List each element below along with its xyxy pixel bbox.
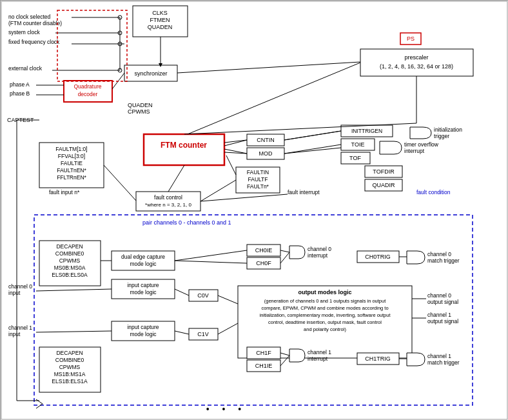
svg-text:channel 0: channel 0	[308, 246, 331, 252]
svg-text:fault condition: fault condition	[416, 189, 451, 195]
svg-text:decoder: decoder	[78, 91, 98, 97]
svg-text:COMBINE0: COMBINE0	[55, 357, 84, 363]
svg-text:FAULTn*: FAULTn*	[247, 183, 269, 190]
svg-text:C1V: C1V	[197, 331, 209, 337]
svg-text:FAULTnEN*: FAULTnEN*	[57, 167, 86, 174]
svg-text:(1, 2, 4, 8, 16, 32, 64 or 128: (1, 2, 4, 8, 16, 32, 64 or 128)	[380, 63, 453, 70]
svg-text:CPWMS: CPWMS	[59, 257, 81, 264]
svg-rect-42	[144, 134, 224, 165]
svg-text:input: input	[8, 331, 21, 337]
svg-text:channel 1: channel 1	[427, 353, 451, 359]
svg-text:TOFDIR: TOFDIR	[373, 168, 395, 175]
svg-text:fault interrupt: fault interrupt	[288, 189, 320, 195]
svg-text:and polarity control): and polarity control)	[304, 326, 346, 332]
svg-text:CPWMS: CPWMS	[59, 364, 81, 370]
svg-text:C0V: C0V	[197, 292, 209, 299]
svg-text:CH0IE: CH0IE	[255, 247, 273, 254]
svg-text:initialization: initialization	[434, 126, 462, 133]
svg-rect-37	[360, 49, 473, 76]
svg-text:system clock: system clock	[8, 29, 40, 35]
svg-text:QUADIR: QUADIR	[372, 182, 395, 188]
svg-text:CH1F: CH1F	[256, 350, 271, 356]
svg-text:timer overflow: timer overflow	[404, 141, 439, 148]
svg-text:MS0B:MS0A: MS0B:MS0A	[54, 265, 86, 271]
svg-text:DECAPEN: DECAPEN	[56, 350, 83, 356]
svg-text:output signal: output signal	[427, 318, 458, 325]
svg-text:match trigger: match trigger	[427, 257, 460, 264]
svg-text:channel 1: channel 1	[308, 349, 331, 355]
svg-text:CLKS: CLKS	[152, 10, 168, 16]
svg-text:prescaler: prescaler	[404, 54, 428, 61]
svg-text:external clock: external clock	[8, 65, 43, 72]
svg-text:TOF: TOF	[349, 155, 361, 161]
svg-text:QUADEN: QUADEN	[148, 24, 173, 30]
svg-text:COMBINE0: COMBINE0	[55, 250, 84, 257]
svg-text:INITTRIGEN: INITTRIGEN	[351, 128, 382, 134]
svg-text:DECAPEN: DECAPEN	[56, 243, 83, 250]
svg-text:pair channels 0 - channels 0 a: pair channels 0 - channels 0 and 1	[142, 219, 231, 226]
svg-text:(FTM counter disable): (FTM counter disable)	[8, 20, 62, 26]
svg-text:input: input	[8, 290, 21, 296]
svg-text:Quadrature: Quadrature	[74, 83, 102, 90]
svg-text:(generation of channels 0 and : (generation of channels 0 and 1 outputs …	[264, 298, 386, 304]
svg-text:FTM counter: FTM counter	[161, 141, 207, 150]
svg-text:channel 0: channel 0	[8, 283, 32, 290]
svg-text:*where n = 3, 2, 1, 0: *where n = 3, 2, 1, 0	[145, 202, 191, 208]
svg-text:mode logic: mode logic	[130, 261, 157, 267]
svg-text:ELS0B:ELS0A: ELS0B:ELS0A	[52, 272, 88, 278]
svg-text:phase B: phase B	[10, 90, 30, 97]
svg-text:PS: PS	[407, 35, 415, 42]
svg-text:FFVAL[3:0]: FFVAL[3:0]	[58, 153, 85, 159]
svg-text:fixed frequency clock: fixed frequency clock	[8, 39, 60, 45]
svg-text:FFLTRnEN*: FFLTRnEN*	[57, 174, 86, 181]
svg-text:FAULTIE: FAULTIE	[61, 160, 83, 166]
svg-text:CH1TRIG: CH1TRIG	[365, 355, 391, 362]
svg-text:output signal: output signal	[427, 299, 458, 305]
svg-text:input capture: input capture	[127, 282, 159, 288]
svg-text:channel 1: channel 1	[8, 325, 32, 331]
svg-text:input capture: input capture	[127, 324, 159, 330]
svg-text:FAULTIN: FAULTIN	[247, 169, 269, 175]
svg-text:control, deadtime insertion, o: control, deadtime insertion, output mask…	[268, 319, 382, 325]
svg-text:trigger: trigger	[434, 133, 449, 139]
svg-text:phase A: phase A	[10, 81, 30, 88]
svg-text:fault input n*: fault input n*	[49, 189, 80, 195]
svg-text:CH1IE: CH1IE	[255, 363, 273, 369]
svg-text:CH0TRIG: CH0TRIG	[365, 254, 391, 260]
svg-text:channel 1: channel 1	[427, 312, 451, 318]
svg-text:interrupt: interrupt	[308, 355, 328, 362]
svg-text:compare, EPWM, CPWM and combin: compare, EPWM, CPWM and combine modes ac…	[261, 305, 388, 311]
diagram-container: CLKS FTMEN QUADEN no clock selected (FTM…	[0, 0, 508, 420]
svg-text:fault control: fault control	[154, 194, 182, 201]
svg-text:channel 0: channel 0	[427, 251, 451, 257]
svg-text:FAULTM[1:0]: FAULTM[1:0]	[55, 146, 87, 152]
svg-text:mode logic: mode logic	[130, 331, 157, 337]
svg-text:no clock selected: no clock selected	[8, 14, 50, 20]
svg-text:initialization, complementary : initialization, complementary mode, inve…	[259, 312, 391, 318]
svg-text:output modes logic: output modes logic	[298, 289, 352, 295]
svg-text:interrupt: interrupt	[404, 148, 425, 154]
svg-text:MS1B:MS1A: MS1B:MS1A	[54, 371, 86, 377]
svg-text:mode logic: mode logic	[130, 289, 157, 295]
svg-text:ELS1B:ELS1A: ELS1B:ELS1A	[52, 378, 88, 385]
svg-text:TOIE: TOIE	[351, 141, 365, 148]
svg-text:CPWMS: CPWMS	[128, 108, 150, 115]
svg-text:FTMEN: FTMEN	[150, 17, 170, 23]
svg-text:interrupt: interrupt	[308, 252, 328, 259]
svg-text:CH0F: CH0F	[256, 260, 271, 266]
svg-text:CNTIN: CNTIN	[257, 137, 275, 143]
svg-text:dual edge capture: dual edge capture	[121, 254, 165, 260]
svg-text:match trigger: match trigger	[427, 359, 460, 366]
svg-text:channel 0: channel 0	[427, 292, 451, 299]
diagram-svg: CLKS FTMEN QUADEN no clock selected (FTM…	[1, 1, 508, 420]
svg-text:• • •: • • •	[206, 404, 246, 414]
svg-text:QUADEN: QUADEN	[128, 102, 153, 108]
svg-text:FAULTF: FAULTF	[248, 176, 268, 183]
svg-text:synchronizer: synchronizer	[134, 70, 167, 77]
svg-text:MOD: MOD	[259, 150, 273, 157]
